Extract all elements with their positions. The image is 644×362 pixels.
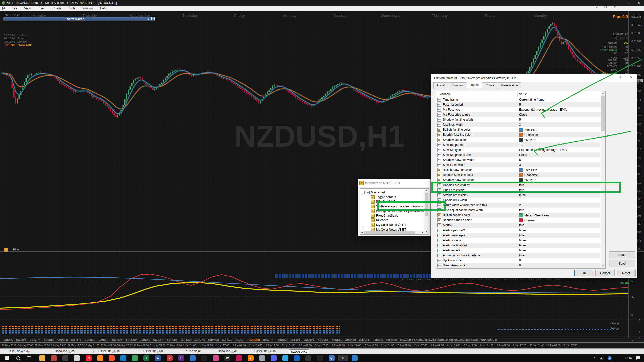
inputs-table[interactable]: Variable Value 123Time frameCurrent time… [436, 91, 606, 269]
indicator-tree-item[interactable]: f2xMA averages (candles + arrows) BT [371, 205, 427, 208]
input-value[interactable]: 1 [519, 198, 521, 202]
scrollbar-thumb[interactable] [601, 96, 605, 131]
ticker-symbol-eurchf[interactable]: EURCHF [167, 339, 178, 341]
ticker-symbol-us2000usd[interactable]: US2000USD [428, 339, 442, 341]
input-row[interactable]: ✓Arrows are visible?false [436, 193, 601, 198]
tray-chevron-icon[interactable]: ^ [594, 356, 595, 360]
save-button[interactable]: Save [609, 260, 635, 267]
input-value[interactable]: 36,62,62 [519, 178, 536, 182]
close-button[interactable]: ✕ [634, 0, 644, 6]
ticker-symbol-de30eur-g[interactable]: DE30EUR-g [441, 339, 455, 341]
ticker-symbol-btcusd[interactable]: BTCUSD [373, 339, 383, 341]
search-icon[interactable] [13, 355, 23, 361]
scroll-down-icon[interactable]: ▼ [601, 264, 605, 268]
chart-tab-nzdusd,h1[interactable]: NZDUSD,H1 [289, 349, 309, 354]
input-value[interactable]: SteelBlue [519, 168, 537, 172]
tab-colors[interactable]: Colors [482, 82, 498, 89]
input-value[interactable]: Exponential moving average - EMA [519, 148, 567, 152]
input-value[interactable]: 0 [519, 259, 521, 262]
ticker-symbol-xauusd-g[interactable]: XAUUSD-g [414, 339, 427, 341]
ticker-symbol-euraud[interactable]: EURAUD [386, 339, 397, 341]
brave-icon[interactable] [107, 355, 117, 361]
ticker-symbol-us500usd-g[interactable]: US500USD-g [455, 339, 470, 341]
input-row[interactable]: Bearish candles colorCrimson [436, 218, 601, 223]
ticker-symbol-eurjpy[interactable]: EURJPY [30, 339, 40, 341]
scroll-up-icon[interactable]: ▲ [601, 91, 605, 95]
ticker-symbol-eurnzd[interactable]: EURNZD [85, 339, 95, 341]
ticker-symbol-gbpnzd[interactable]: GBPNZD [222, 339, 232, 341]
input-row[interactable]: Shadow fast color36,62,62 [436, 137, 601, 142]
indicator-tree-item[interactable]: fToggle borders [371, 195, 396, 199]
calculator-icon[interactable] [60, 355, 70, 361]
menu-item-window[interactable]: Window [79, 6, 97, 11]
minimize-button[interactable]: – [614, 0, 624, 6]
input-value[interactable]: true [519, 183, 525, 187]
custom-indicator-dialog[interactable]: Custom Indicator - 2xMA averages (candle… [431, 74, 637, 278]
notification-center-icon[interactable] [636, 356, 640, 360]
chart-tab-audcad,h1[interactable]: AUDCAD,H1 [184, 349, 204, 353]
blue-tile-app-icon[interactable] [292, 355, 302, 361]
ticker-symbol-gbpcad[interactable]: GBPCAD [181, 339, 192, 341]
menu-item-tools[interactable]: Tools [65, 6, 79, 11]
input-row[interactable]: 123fast lines width3 [436, 122, 601, 127]
close-icon[interactable]: ✕ [151, 17, 155, 20]
input-value[interactable]: MediumSeaGreen [519, 213, 549, 217]
ticker-symbol-cadchf[interactable]: CADCHF [99, 339, 109, 341]
input-value[interactable]: false [519, 244, 526, 247]
input-row[interactable]: ✓Arrow on first bars true/falsetrue [436, 253, 601, 258]
input-value[interactable]: 5 [519, 103, 521, 106]
taskbar[interactable]: OeXWVPrW▲qbN ^ ◄) qb 17:16 [0, 354, 644, 362]
indicators-window[interactable]: f Indicators on NZDUSD,H1 −Main chartfTo… [358, 179, 431, 236]
table-scrollbar[interactable]: ▲ ▼ [601, 91, 605, 268]
input-row[interactable]: Bullish Slow line colorSteelBlue [436, 167, 601, 172]
edge-icon[interactable]: e [118, 355, 128, 361]
input-row[interactable]: ✓Lines are visible?true [436, 188, 601, 193]
indicator-tree-item[interactable]: fFixedChartScale [371, 214, 398, 218]
tree-vscrollbar[interactable]: ▲▼ [424, 189, 429, 234]
input-row[interactable]: 123Shadow Slow line width5 [436, 157, 601, 162]
input-value[interactable]: 2 [519, 203, 521, 207]
input-row[interactable]: Bullish fast line colorSteelBlue [436, 127, 601, 132]
tree-hscrollbar[interactable]: ◄► [360, 231, 424, 234]
load-button[interactable]: Load [609, 251, 635, 258]
hide-toggle-button[interactable]: T [4, 248, 8, 252]
ticker-symbol-chfjpy[interactable]: CHFJPY [291, 339, 300, 341]
input-row[interactable]: Shadow Slow line color36,62,62 [436, 177, 601, 183]
ticker-symbol-audcad[interactable]: AUDCAD [332, 339, 342, 341]
input-row[interactable]: ✓Alerts open bar?false [436, 228, 601, 233]
chart-tab-us30usd-g,h4[interactable]: US30USD-g,H4 [216, 349, 239, 353]
dialog-titlebar[interactable]: Custom Indicator - 2xMA averages (candle… [431, 74, 637, 82]
compass-app-icon[interactable] [303, 355, 313, 361]
input-row[interactable]: 123Slow Lines width3 [436, 162, 601, 167]
menu-item-help[interactable]: Help [97, 6, 110, 11]
input-value[interactable]: 36,62,62 [519, 138, 536, 142]
tab-about[interactable]: About [433, 82, 448, 89]
child-window-controls[interactable]: – ❐ ✕ [596, 6, 619, 9]
ticker-symbol-eurusd[interactable]: EURUSD [3, 339, 13, 341]
input-value[interactable]: Exponential moving average - EMA [519, 108, 567, 111]
input-value[interactable]: 3 [519, 163, 521, 167]
qb-browser-icon[interactable]: qb [327, 355, 337, 361]
indicator-tree-item[interactable]: −Main chart [362, 191, 385, 194]
input-value[interactable]: 5 [519, 158, 521, 162]
maximize-button[interactable]: ❐ [624, 0, 634, 6]
ticker-symbol-hk33hkd-g[interactable]: HK33HKD-g [469, 339, 483, 341]
chart-tab-us30usd-g,m5[interactable]: US30USD-g,M5 [53, 349, 77, 353]
input-row[interactable]: 123Time frameCurrent time frame [436, 97, 601, 102]
input-value[interactable]: 5 [519, 118, 521, 121]
input-row[interactable]: ✓Alerts email?false [436, 248, 601, 253]
ticker-symbol-nzdcad[interactable]: NZDCAD [194, 339, 205, 341]
hide-label[interactable]: Hide [13, 248, 19, 251]
mt4-icon[interactable]: N [338, 355, 348, 361]
input-row[interactable]: 123Fast ma period5 [436, 102, 601, 107]
chart-tab-us30usd-g,daily[interactable]: US30USD-g,Daily [6, 349, 32, 353]
ticker-symbol-xagusd-g[interactable]: XAGUSD-g [400, 339, 413, 341]
menu-item-insert[interactable]: Insert [34, 6, 49, 11]
news-reader-bar[interactable]: News reader ▲ ✕ [3, 17, 155, 21]
ticker-symbol-usdjpy[interactable]: USDJPY [16, 339, 26, 341]
chart-tab-us30usd-g,m15[interactable]: US30USD-g,M15 [252, 349, 278, 353]
ticker-symbol-audchf[interactable]: AUDCHF [318, 339, 329, 341]
input-value[interactable]: 13 [519, 143, 522, 147]
input-value[interactable]: Close [519, 113, 527, 116]
input-row[interactable]: ✓Auto adjust candle body widthtrue [436, 208, 601, 213]
